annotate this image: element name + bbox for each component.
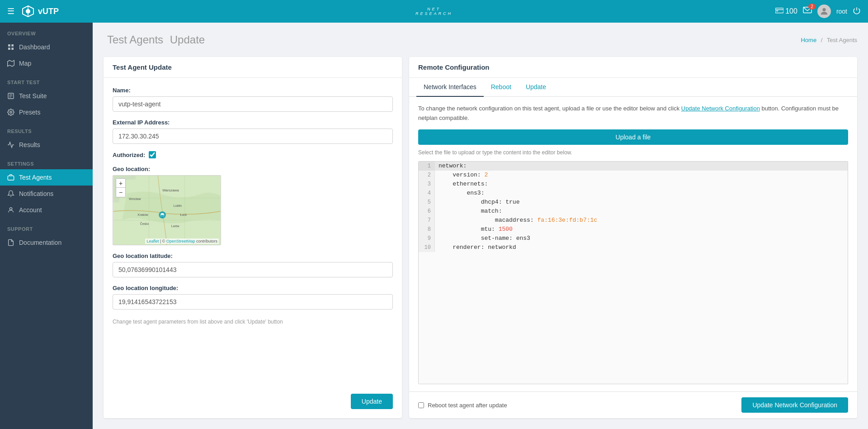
name-field-group: Name: xyxy=(113,87,393,112)
sidebar-section-settings: SETTINGS xyxy=(0,153,93,169)
sidebar-item-label: Notifications xyxy=(19,190,53,197)
update-network-configuration-button[interactable]: Update Network Configuration xyxy=(741,397,848,413)
user-avatar[interactable] xyxy=(817,5,831,18)
sidebar-item-account[interactable]: Account xyxy=(0,202,93,218)
brand-logo: NET RESEARCH xyxy=(415,7,453,16)
map-zoom-in[interactable]: + xyxy=(116,179,125,188)
ip-label: External IP Address: xyxy=(113,119,393,126)
lat-label: Geo location latitude: xyxy=(113,253,393,259)
sidebar-item-presets[interactable]: Presets xyxy=(0,104,93,120)
right-card-tabs: Network Interfaces Reboot Update xyxy=(409,78,857,97)
svg-text:Warszawa: Warszawa xyxy=(162,188,179,192)
map-zoom-controls: + − xyxy=(116,178,126,197)
username-label: root xyxy=(836,8,847,15)
sidebar-item-test-agents[interactable]: Test Agents xyxy=(0,169,93,186)
code-line-1: 1 network: xyxy=(419,162,848,171)
upload-file-button[interactable]: Upload a file xyxy=(418,129,848,145)
geo-label: Geo location: xyxy=(113,166,393,172)
svg-rect-10 xyxy=(11,44,14,47)
testsuite-icon xyxy=(7,92,14,100)
sidebar-item-documentation[interactable]: Documentation xyxy=(0,234,93,251)
svg-rect-9 xyxy=(8,44,10,47)
lng-field-group: Geo location longitude: xyxy=(113,285,393,310)
topnav-right: 100 2 root xyxy=(775,5,861,18)
description-link[interactable]: Update Network Configuration xyxy=(681,105,760,112)
code-line-2: 2 version: 2 xyxy=(419,171,848,180)
svg-marker-13 xyxy=(8,60,14,66)
svg-text:Wrocław: Wrocław xyxy=(129,197,141,200)
svg-rect-6 xyxy=(776,10,778,11)
sidebar-item-map[interactable]: Map xyxy=(0,55,93,72)
tab-update[interactable]: Update xyxy=(519,78,553,97)
account-icon xyxy=(7,206,14,214)
right-card: Remote Configuration Network Interfaces … xyxy=(409,57,857,418)
breadcrumb-home[interactable]: Home xyxy=(801,37,816,43)
update-button[interactable]: Update xyxy=(351,394,393,409)
reboot-checkbox-label[interactable]: Reboot test agent after update xyxy=(418,402,507,409)
reboot-label: Reboot test agent after update xyxy=(428,402,507,409)
topnav: ☰ vUTP NET RESEARCH 100 2 root xyxy=(0,0,868,23)
code-line-10: 10 renderer: networkd xyxy=(419,243,848,252)
reboot-checkbox[interactable] xyxy=(418,402,424,408)
credit-count: 100 xyxy=(785,7,797,15)
sidebar-item-label: Test Agents xyxy=(19,174,52,181)
credits-icon[interactable]: 100 xyxy=(775,7,797,15)
form-footer: Update xyxy=(113,386,393,409)
lng-input[interactable] xyxy=(113,294,393,310)
sidebar-section-overview: OVERVIEW xyxy=(0,23,93,39)
bell-icon xyxy=(7,190,14,197)
name-input[interactable] xyxy=(113,96,393,112)
left-card-body: Name: External IP Address: Authorized: G… xyxy=(104,78,402,418)
right-card-header: Remote Configuration xyxy=(409,57,857,78)
tab-reboot[interactable]: Reboot xyxy=(484,78,519,97)
svg-rect-19 xyxy=(8,176,14,180)
svg-point-18 xyxy=(10,111,12,113)
lat-input[interactable] xyxy=(113,262,393,277)
code-line-5: 5 dhcp4: true xyxy=(419,198,848,207)
main-content: Test Agents Update Home / Test Agents Te… xyxy=(93,23,868,429)
messages-icon[interactable]: 2 xyxy=(803,6,812,16)
tab-network-interfaces[interactable]: Network Interfaces xyxy=(416,78,484,97)
sidebar-item-testsuite[interactable]: Test Suite xyxy=(0,88,93,104)
sidebar-item-dashboard[interactable]: Dashboard xyxy=(0,39,93,55)
code-line-9: 9 set-name: ens3 xyxy=(419,234,848,243)
right-card-body: To change the network configuration on t… xyxy=(409,97,857,391)
form-hint: Change test agent parameters from list a… xyxy=(113,319,393,325)
svg-text:Lublin: Lublin xyxy=(174,204,182,207)
svg-text:Lwów: Lwów xyxy=(171,224,179,228)
svg-text:Łuck: Łuck xyxy=(180,213,187,216)
right-card-description: To change the network configuration on t… xyxy=(418,104,848,123)
map-icon xyxy=(7,60,14,67)
ip-input[interactable] xyxy=(113,129,393,144)
code-line-6: 6 match: xyxy=(419,207,848,216)
map-zoom-out[interactable]: − xyxy=(116,188,125,197)
ip-field-group: External IP Address: xyxy=(113,119,393,144)
svg-point-20 xyxy=(9,208,12,210)
app-logo: vUTP xyxy=(22,5,59,18)
page-header: Test Agents Update Home / Test Agents xyxy=(104,33,857,46)
svg-rect-11 xyxy=(8,48,10,50)
two-col-layout: Test Agent Update Name: External IP Addr… xyxy=(104,57,857,418)
sidebar-item-label: Documentation xyxy=(19,239,61,246)
svg-text:Česko: Česko xyxy=(140,222,149,225)
code-line-4: 4 ens3: xyxy=(419,189,848,198)
breadcrumb: Home / Test Agents xyxy=(801,37,857,43)
svg-text:Kraków: Kraków xyxy=(138,213,148,216)
svg-rect-12 xyxy=(11,48,14,50)
hamburger-button[interactable]: ☰ xyxy=(7,6,14,16)
sidebar-item-notifications[interactable]: Notifications xyxy=(0,186,93,202)
map-container: Warszawa Wrocław Lublin Kraków Łuck Česk… xyxy=(113,175,221,245)
code-editor[interactable]: 1 network: 2 version: 2 3 ethernets: xyxy=(418,161,848,384)
sidebar-item-label: Results xyxy=(19,141,40,148)
presets-icon xyxy=(7,109,14,116)
geo-field-group: Geo location: xyxy=(113,166,393,245)
code-line-8: 8 mtu: 1500 xyxy=(419,225,848,234)
sidebar-item-label: Map xyxy=(19,60,31,67)
authorized-checkbox[interactable] xyxy=(149,151,156,158)
sidebar-section-starttest: START TEST xyxy=(0,72,93,88)
sidebar-item-results[interactable]: Results xyxy=(0,137,93,153)
map-attribution: Leaflet | © OpenStreetMap contributors xyxy=(145,238,219,244)
power-icon[interactable] xyxy=(853,6,861,16)
map-visual: Warszawa Wrocław Lublin Kraków Łuck Česk… xyxy=(113,176,221,245)
agents-icon xyxy=(7,174,14,181)
